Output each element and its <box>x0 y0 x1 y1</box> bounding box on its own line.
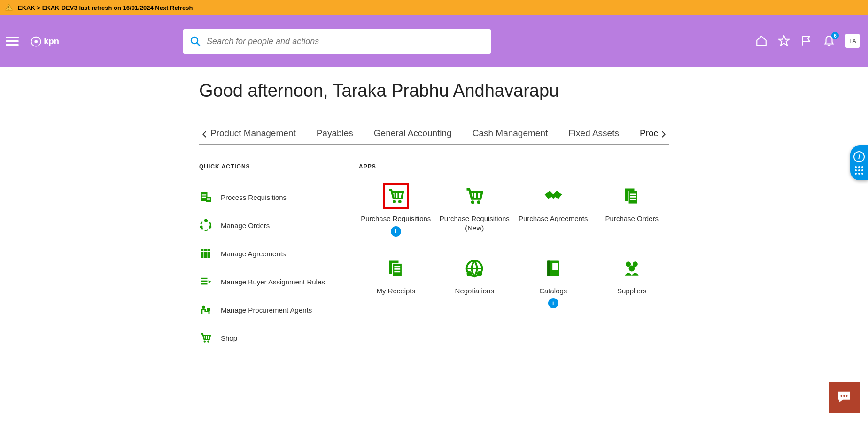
svg-rect-11 <box>207 198 210 199</box>
svg-point-56 <box>629 265 635 271</box>
svg-rect-21 <box>201 278 208 279</box>
warning-icon <box>5 3 13 12</box>
app-label: Purchase Orders <box>605 214 659 223</box>
documents-icon <box>383 255 409 282</box>
greeting-heading: Good afternoon, Taraka Prabhu Andhavarap… <box>199 81 669 101</box>
svg-rect-46 <box>394 268 400 270</box>
svg-rect-53 <box>552 263 558 270</box>
svg-rect-25 <box>207 308 210 311</box>
search-input[interactable] <box>207 37 484 46</box>
quick-actions-column: QUICK ACTIONS Process RequisitionsManage… <box>199 163 340 352</box>
svg-line-5 <box>197 43 200 46</box>
books-icon <box>199 247 212 260</box>
app-catalogs[interactable]: Catalogsi <box>516 255 590 309</box>
svg-rect-23 <box>201 283 208 285</box>
svg-point-58 <box>843 395 845 397</box>
cart-icon <box>199 331 212 344</box>
tab-scroll-right[interactable] <box>658 129 669 140</box>
svg-point-32 <box>393 200 396 203</box>
tab-row: Product ManagementPayablesGeneral Accoun… <box>199 124 669 145</box>
app-purchase-agreements[interactable]: Purchase Agreements <box>516 183 590 237</box>
svg-rect-1 <box>8 9 9 10</box>
svg-point-33 <box>398 200 402 203</box>
brand-logo[interactable]: kpn <box>28 31 75 50</box>
tab-product-management[interactable]: Product Management <box>210 124 306 144</box>
svg-rect-52 <box>547 260 550 276</box>
svg-rect-8 <box>202 196 206 197</box>
quick-action-process-requisitions[interactable]: Process Requisitions <box>199 183 340 211</box>
star-icon[interactable] <box>778 35 790 47</box>
notification-count-badge: 6 <box>831 32 839 39</box>
flag-icon[interactable] <box>800 35 813 47</box>
svg-point-13 <box>201 221 211 230</box>
quick-action-manage-agreements[interactable]: Manage Agreements <box>199 239 340 268</box>
environment-banner: EKAK > EKAK-DEV3 last refresh on 16/01/2… <box>0 0 868 15</box>
app-label: Catalogs <box>539 286 567 296</box>
menu-button[interactable] <box>6 34 19 47</box>
help-widget[interactable]: i <box>850 145 868 180</box>
tab-general-accounting[interactable]: General Accounting <box>364 124 462 144</box>
quick-action-manage-procurement-agents[interactable]: Manage Procurement Agents <box>199 296 340 324</box>
list-arrow-icon <box>199 275 212 288</box>
cart-icon <box>461 183 488 209</box>
book-icon <box>540 255 566 282</box>
header-actions: 6 TA <box>755 15 860 67</box>
chat-button[interactable] <box>829 382 860 413</box>
svg-point-49 <box>467 271 472 276</box>
cycle-icon <box>199 219 212 232</box>
app-purchase-requisitions-new[interactable]: Purchase Requisitions (New) <box>438 183 512 237</box>
svg-point-15 <box>209 226 211 229</box>
app-negotiations[interactable]: Negotiations <box>438 255 512 309</box>
app-label: Purchase Requisitions <box>361 214 431 223</box>
app-label: Negotiations <box>455 286 494 296</box>
svg-point-29 <box>207 340 209 342</box>
tab-payables[interactable]: Payables <box>306 124 364 144</box>
svg-point-16 <box>200 226 203 229</box>
cart-icon <box>383 183 409 209</box>
person-desk-icon <box>199 303 212 316</box>
svg-rect-7 <box>202 194 206 195</box>
app-purchase-requisitions[interactable]: Purchase Requisitionsi <box>359 183 433 237</box>
app-my-receipts[interactable]: My Receipts <box>359 255 433 309</box>
quick-action-label: Shop <box>221 334 237 342</box>
chat-icon <box>836 389 852 405</box>
svg-rect-18 <box>204 249 207 258</box>
info-badge-icon[interactable]: i <box>391 226 401 237</box>
quick-actions-title: QUICK ACTIONS <box>199 163 340 170</box>
info-badge-icon[interactable]: i <box>548 298 558 308</box>
svg-rect-17 <box>201 249 204 258</box>
environment-banner-text: EKAK > EKAK-DEV3 last refresh on 16/01/2… <box>18 4 193 11</box>
svg-rect-12 <box>207 199 210 200</box>
svg-rect-47 <box>394 271 400 272</box>
app-label: Suppliers <box>617 286 647 296</box>
svg-point-50 <box>477 271 482 276</box>
quick-action-label: Process Requisitions <box>221 193 287 201</box>
home-icon[interactable] <box>755 35 767 47</box>
search-icon <box>190 36 201 47</box>
svg-point-28 <box>204 340 206 342</box>
people-icon <box>619 255 645 282</box>
app-suppliers[interactable]: Suppliers <box>595 255 669 309</box>
brand-logo-text: kpn <box>44 36 59 46</box>
svg-point-3 <box>34 40 38 43</box>
info-icon: i <box>853 151 865 162</box>
svg-rect-0 <box>8 6 9 8</box>
keypad-icon <box>855 166 863 175</box>
bell-icon[interactable]: 6 <box>823 35 835 47</box>
tab-procurement[interactable]: Procurement <box>629 124 658 144</box>
svg-point-24 <box>202 306 205 309</box>
quick-action-shop[interactable]: Shop <box>199 324 340 352</box>
document-list-icon <box>199 191 212 204</box>
search-box[interactable] <box>183 29 491 54</box>
app-purchase-orders[interactable]: Purchase Orders <box>595 183 669 237</box>
user-avatar[interactable]: TA <box>845 34 860 48</box>
quick-action-manage-orders[interactable]: Manage Orders <box>199 211 340 239</box>
tab-cash-management[interactable]: Cash Management <box>462 124 558 144</box>
tab-scroll-left[interactable] <box>199 129 210 140</box>
main-header: kpn 6 TA <box>0 15 868 67</box>
app-label: Purchase Agreements <box>519 214 588 223</box>
handshake-icon <box>540 183 566 209</box>
tab-fixed-assets[interactable]: Fixed Assets <box>558 124 629 144</box>
documents-icon <box>619 183 645 209</box>
quick-action-manage-buyer-assignment-rules[interactable]: Manage Buyer Assignment Rules <box>199 268 340 296</box>
